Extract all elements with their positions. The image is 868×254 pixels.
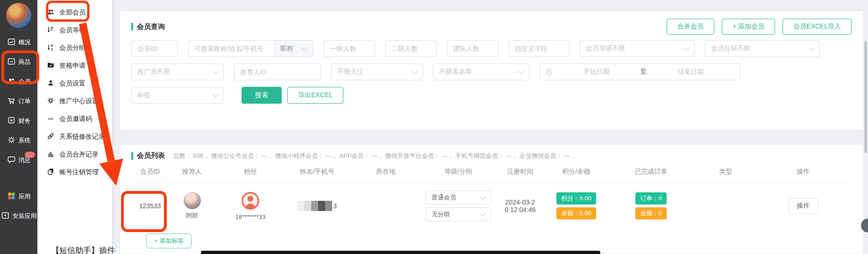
follow-select[interactable]: 不限关注 — [331, 64, 423, 80]
main-content: 会员查询 合并会员 + 添加会员 会员EXCEL导入 昵称 会员等级不限 — [112, 0, 868, 254]
merge-members-button[interactable]: 合并会员 — [667, 19, 714, 35]
team-count-input[interactable] — [447, 40, 498, 57]
relation-record-icon — [47, 132, 55, 141]
submenu-item-member-group[interactable]: AZ 会员分组 — [37, 39, 112, 57]
level-group-cell: 普通会员 无分组 — [423, 190, 493, 221]
blacklist-select[interactable]: 不限黑名单 — [433, 64, 529, 80]
section-tick — [131, 152, 133, 160]
orders-icon — [7, 96, 16, 106]
filter-row-1: 昵称 会员等级不限 会员分组不限 — [131, 40, 852, 57]
submenu-item-promotion-settings[interactable]: 推广中心设置 — [37, 92, 112, 110]
balance-badge: 余额：0.00 — [556, 207, 596, 219]
masked-name-suffix: 3 — [333, 202, 337, 210]
messages-badge: … — [25, 152, 35, 158]
submenu-item-member-settings[interactable]: 会员设置 — [37, 75, 112, 92]
row-level-select[interactable]: 普通会员 — [426, 190, 491, 205]
chevron-down-icon — [213, 68, 219, 74]
column-header-actions: 操作 — [755, 168, 852, 176]
date-range-separator: 至 — [640, 68, 647, 76]
fans-phone: 18*******33 — [235, 213, 265, 220]
submenu-item-invite-code[interactable]: </> 会员邀请码 — [37, 110, 112, 128]
points-badge: 积分：0.00 — [556, 192, 596, 205]
level2-count-input[interactable] — [385, 40, 437, 57]
tag-select[interactable]: 标签 — [131, 87, 224, 104]
search-button[interactable]: 搜索 — [242, 87, 282, 104]
add-tag-button[interactable]: + 添加标签 — [146, 233, 192, 248]
sidebar-item-finance[interactable]: ¥ 财务 — [0, 111, 37, 131]
column-header-points-balance: 积分/余额 — [547, 168, 605, 176]
submenu-item-qualification[interactable]: 资格申请 — [37, 57, 112, 75]
member-list-card: 会员列表 总数： 638， 微信公众号会员： ---， 微信小程序会员： ---… — [120, 144, 863, 254]
table-header-row: 会员ID 推荐人 粉丝 姓名/手机号 所在地 等级/分组 注册时间 积分/余额 … — [131, 168, 852, 183]
masked-name-block: 3 — [297, 201, 337, 211]
level1-count-input[interactable] — [324, 40, 375, 57]
export-excel-button[interactable]: 导出EXCEL — [287, 87, 343, 104]
submenu-item-label: 资格申请 — [59, 62, 85, 70]
promoter-select[interactable]: 推广员不限 — [131, 64, 224, 80]
overview-icon — [7, 37, 16, 48]
submenu-item-label: 会员邀请码 — [59, 115, 92, 123]
chevron-down-icon — [683, 45, 690, 51]
register-time-cell: 2024-03-2 0 12:04:46 — [493, 198, 547, 213]
column-header-type: 类型 — [697, 168, 755, 176]
keyword-input[interactable] — [188, 40, 274, 57]
submenu-item-account-cancel[interactable]: 账号注销管理 — [37, 163, 112, 181]
date-end-placeholder[interactable]: 结束日期 — [647, 68, 735, 76]
sidebar-item-orders[interactable]: 订单 — [0, 92, 37, 111]
sidebar-item-goods[interactable]: 商品 — [0, 52, 37, 72]
vertical-scrollbar-thumb[interactable] — [864, 41, 867, 153]
add-member-button[interactable]: + 添加会员 — [722, 19, 775, 35]
store-logo-avatar[interactable] — [6, 3, 31, 28]
sidebar-item-label: 安装应用 — [13, 212, 37, 220]
goods-icon — [7, 57, 16, 67]
referrer-id-input[interactable] — [234, 64, 321, 80]
sidebar-item-messages[interactable]: 消息 … — [0, 150, 37, 170]
row-group-select[interactable]: 无分组 — [426, 207, 491, 221]
submenu-item-relation-record[interactable]: 关系链修改记录 — [37, 128, 112, 146]
svg-text:Z: Z — [51, 48, 53, 51]
account-cancel-icon — [47, 168, 55, 177]
submenu-item-label: 会员设置 — [59, 79, 85, 88]
column-header-name-phone: 姓名/手机号 — [285, 168, 349, 176]
submenu-item-merge-record[interactable]: 会员合并记录 — [37, 146, 112, 163]
sidebar-item-label: 系统 — [19, 136, 31, 145]
invite-code-icon: </> — [47, 114, 55, 124]
member-excel-import-button[interactable]: 会员EXCEL导入 — [783, 19, 852, 35]
keyword-type-select[interactable]: 昵称 — [274, 40, 313, 57]
section-tick — [131, 23, 133, 30]
register-time-line2: 0 12:04:46 — [505, 206, 535, 213]
sidebar-item-label: 应用 — [19, 192, 31, 201]
actions-cell: 操作 — [755, 198, 852, 214]
submenu-item-label: 会员分组 — [59, 44, 85, 52]
member-id-input[interactable] — [131, 40, 178, 57]
member-level-select[interactable]: 会员等级不限 — [580, 40, 695, 57]
system-icon — [7, 135, 16, 146]
column-header-referrer: 推荐人 — [169, 168, 215, 176]
custom-field-input[interactable] — [509, 40, 569, 57]
sidebar-item-members[interactable]: 会员 — [0, 72, 37, 92]
submenu-item-label: 全部会员 — [59, 8, 85, 17]
list-card-title: 会员列表 — [137, 151, 165, 160]
column-header-register-time: 注册时间 — [493, 168, 547, 176]
submenu-item-label: 推广中心设置 — [59, 97, 99, 106]
chevron-down-icon — [412, 68, 418, 74]
sidebar-item-apps[interactable]: 应用 — [0, 187, 37, 206]
filter-row-2: 推广员不限 不限关注 不限黑名单 开始日期 至 结束日期 — [131, 64, 852, 80]
date-start-placeholder[interactable]: 开始日期 — [553, 68, 640, 76]
member-stats-line: 总数： 638， 微信公众号会员： ---， 微信小程序会员： ---， APP… — [173, 152, 576, 160]
member-group-select[interactable]: 会员分组不限 — [705, 40, 820, 57]
sidebar-item-label: 概况 — [19, 38, 31, 47]
register-date-range-picker[interactable]: 开始日期 至 结束日期 — [540, 64, 740, 80]
row-action-button[interactable]: 操作 — [789, 198, 818, 214]
merge-record-icon — [47, 150, 55, 159]
submenu-item-all-members[interactable]: 全部会员 — [37, 4, 112, 21]
sidebar-item-overview[interactable]: 概况 — [0, 33, 37, 52]
clock-icon — [546, 69, 553, 76]
fans-cell: 18*******33 — [215, 192, 285, 220]
sidebar-item-system[interactable]: 系统 — [0, 131, 37, 150]
submenu-item-member-level[interactable]: 会员等级 — [37, 21, 112, 39]
app-window: 概况 商品 会员 订单 ¥ 财务 系统 消息 … 应用 — [0, 0, 868, 254]
clipped-bottom-text: 【短信助手】插件 — [51, 245, 115, 254]
sidebar-item-install-apps[interactable]: 安装应用 — [0, 206, 37, 226]
bottom-dock-strip — [201, 251, 600, 254]
